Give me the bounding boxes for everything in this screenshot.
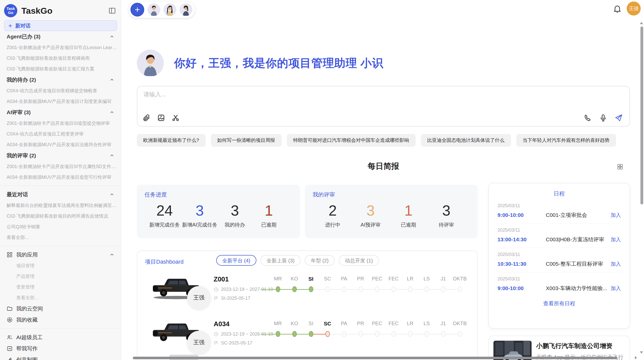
join-link[interactable]: 加入 (611, 285, 621, 292)
chevron-up-icon (109, 77, 114, 82)
section-ai-review[interactable]: AI评审 (3) (0, 107, 121, 118)
milestone: OKTB (451, 276, 468, 292)
tab-year-model[interactable]: 年型 (2) (305, 255, 335, 266)
scrollbar-down-arrow[interactable] (640, 351, 643, 354)
suggestion-chip[interactable]: 欧洲新规最近颁布了什么? (137, 134, 206, 147)
sidebar-item-creative-draw[interactable]: 创意制图 (0, 354, 121, 360)
stat-in-progress: 2 进行中 (316, 201, 349, 228)
phone-icon[interactable] (583, 114, 592, 122)
list-item[interactable]: Z001-全新燃油轻卡产品开发项目SI节点属性5D文件评审 (0, 161, 121, 172)
dashboard-title[interactable]: 项目Dashboard (145, 258, 184, 266)
sidebar-item-change-mgmt[interactable]: 变更管理 (0, 282, 121, 292)
tab-new-body[interactable]: 全新上装 (3) (260, 255, 301, 266)
list-item[interactable]: Z001-全新燃油轻卡产品开发项目SI造型提交物评审 (0, 118, 121, 129)
project-row[interactable]: 王强 A034 2023-12-19 ~ 2026-01-19 SC-2025-… (137, 318, 478, 358)
list-item[interactable]: C02-飞腾新能源轻客改款项目的闭环通告反馈情况 (0, 211, 121, 221)
attachment-icon[interactable] (142, 114, 151, 122)
project-owner-badge: 王强 (187, 331, 211, 354)
avatar[interactable] (180, 3, 192, 16)
people-icon (7, 334, 13, 340)
microphone-icon[interactable] (599, 114, 607, 122)
divider (0, 328, 121, 329)
milestone-track: MR KO SI SC PA PR PEC FEC LR LS J1 OKTB (270, 276, 468, 296)
milestone: LR (402, 321, 418, 337)
join-link[interactable]: 加入 (611, 261, 621, 267)
sidebar-item-favorites[interactable]: 我的收藏 (0, 314, 121, 325)
app-screen: Task Go TaskGo 新对话 Agent已办 (3) Z001-全新燃油… (0, 0, 644, 360)
task-progress-card: 任务进度 24 新增完成任务 3 新增AI完成任务 3 我的待办 1 已逾期 (137, 185, 300, 238)
list-item[interactable]: A034-全新新能源MUV产品开发项目计划变更表编写 (0, 96, 121, 107)
schedule-item-title: C003|H0B-方案冻结评审 (546, 236, 611, 243)
sidebar-item-ai-super-staff[interactable]: AI超级员工 (0, 332, 121, 343)
schedule-item-title: C005-整车工程目标评审 (546, 260, 611, 267)
section-agent-done[interactable]: Agent已办 (3) (0, 31, 121, 42)
schedule-item: 2025/03/11 9:00-10:00 X003-车辆动力学性能验... 加… (497, 272, 621, 296)
scrollbar-right-arrow[interactable] (635, 356, 637, 359)
milestone: PR (352, 321, 369, 337)
scissors-icon[interactable] (171, 114, 180, 122)
sidebar-item-cloud-space[interactable]: 我的云空间 (0, 303, 121, 314)
tab-new-platform[interactable]: 全新平台 (4) (216, 255, 256, 266)
avatar[interactable] (164, 3, 176, 16)
section-my-review[interactable]: 我的评审 (2) (0, 150, 121, 161)
section-recent-chats[interactable]: 最近对话 (0, 189, 121, 200)
user-avatar[interactable]: 王强 (627, 2, 641, 16)
milestone-current: SI (303, 276, 319, 292)
project-code[interactable]: A034 (214, 320, 273, 328)
list-item[interactable]: 解释最新出台的欧盟报废车法规再生塑料比例被调至15%... (0, 200, 121, 211)
plus-icon (134, 6, 141, 13)
layout-grid-icon[interactable] (617, 163, 624, 170)
milestone: LR (402, 276, 418, 292)
list-item[interactable]: C0X4-动力总成开发项目工程变更评审 (0, 129, 121, 139)
clock-icon (214, 287, 218, 292)
join-link[interactable]: 加入 (611, 236, 621, 243)
suggestion-chip[interactable]: 如何写一份清晰的项目周报 (211, 134, 282, 147)
tab-powertrain[interactable]: 动总开发 (1) (339, 255, 379, 266)
news-card[interactable]: 小鹏飞行汽车制造公司增资 天眼查 App 显示，近日广州汇天飞行汽 (488, 336, 630, 360)
suggestion-chip[interactable]: 当下年轻人对汽车外观有怎样的喜好趋势 (516, 134, 616, 147)
scrollbar-up-arrow[interactable] (640, 22, 643, 24)
star-badge-icon (7, 317, 13, 323)
view-all-link[interactable]: 查看全部... (0, 292, 121, 303)
chat-input[interactable] (143, 90, 551, 109)
agent-toolbar (128, 1, 195, 18)
horizontal-scrollbar[interactable] (133, 357, 617, 359)
suggestion-chip[interactable]: 比亚迪全固态电池计划具体说了什么 (421, 134, 511, 147)
schedule-card: 日程 2025/03/11 9:00-10:00 C001-立项审批会 加入 2… (488, 183, 630, 329)
section-title: Agent已办 (3) (7, 33, 40, 40)
list-item[interactable]: A034-全新新能源MUV产品开发项目法规符合性评审 (0, 139, 121, 150)
composer-right-icons (583, 114, 623, 122)
join-link[interactable]: 加入 (611, 212, 621, 219)
stat-pending-review: 3 待评审 (430, 201, 463, 228)
image-icon[interactable] (157, 114, 165, 122)
project-row[interactable]: 王强 Z001 2023-12-19 ~ 2027-01-19 SI-2025-… (137, 273, 478, 313)
new-chat-button[interactable]: 新对话 (4, 20, 117, 31)
project-code[interactable]: Z001 (214, 275, 273, 283)
card-title[interactable]: 我的评审 (313, 191, 466, 199)
project-flag: SC-2025-05-17 (221, 340, 252, 346)
card-title[interactable]: 任务进度 (144, 191, 289, 199)
view-all-link[interactable]: 查看全部... (0, 232, 121, 243)
avatar[interactable] (148, 3, 160, 16)
composer (137, 86, 630, 127)
app-logo: Task Go (4, 4, 17, 17)
schedule-item-title: X003-车辆动力学性能验... (546, 285, 611, 292)
list-item[interactable]: C02-飞腾新能源轻客改款项目里程碑画布 (0, 53, 121, 64)
sidebar-item-help-write[interactable]: 帮我写作 (0, 343, 121, 354)
list-item[interactable]: 公司Q3轻卡销量 (0, 221, 121, 232)
sidebar-collapse-icon[interactable] (108, 7, 116, 14)
notification-bell-icon[interactable] (613, 4, 622, 13)
list-item[interactable]: Z001-全新燃油皮卡产品开发项目SI节点Lesson Learn报告 (0, 42, 121, 53)
sidebar-item-product-mgmt[interactable]: 产品管理 (0, 271, 121, 282)
list-item[interactable]: A034-全新新能源MUV产品开发项目造型可行性评审 (0, 172, 121, 183)
vertical-scrollbar[interactable] (640, 26, 643, 204)
add-agent-button[interactable] (130, 3, 144, 17)
suggestion-chip[interactable]: 特朗普可能对进口汽车增税会对中国车企造成哪些影响 (287, 134, 416, 147)
list-item[interactable]: C0X4-动力总成开发项目SI里程碑提交物检查 (0, 85, 121, 96)
send-icon[interactable] (614, 114, 623, 122)
sidebar-item-my-apps[interactable]: 我的应用 (0, 249, 121, 260)
view-all-schedule-link[interactable]: 查看所有日程 (489, 300, 630, 307)
list-item[interactable]: C02-飞腾新能源轻客改款项目立项汇报方案 (0, 64, 121, 74)
section-my-todo[interactable]: 我的待办 (2) (0, 74, 121, 85)
sidebar-item-project-mgmt[interactable]: 项目管理 (0, 260, 121, 271)
